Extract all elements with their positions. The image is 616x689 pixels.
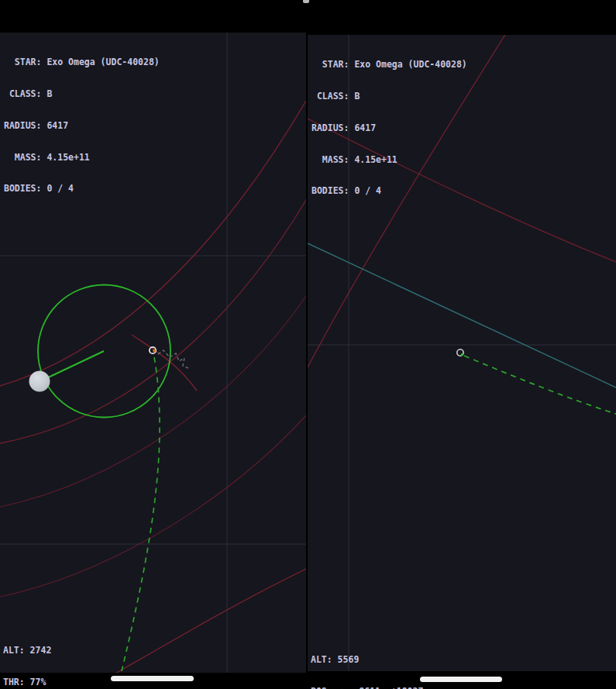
ship-heading-dot <box>461 353 463 356</box>
ship-thruster-dot <box>153 350 156 353</box>
class-line: CLASS: B <box>311 91 467 102</box>
telemetry-panel: ALT: 2742 THR: 77% POS: < -6257, +21330>… <box>3 625 121 689</box>
star-line: STAR: Exo Omega (UDC-40028) <box>4 57 160 68</box>
mass-line: MASS: 4.15e+11 <box>311 155 467 166</box>
right-screen: STAR: Exo Omega (UDC-40028) CLASS: B RAD… <box>308 0 616 689</box>
star-info-panel: STAR: Exo Omega (UDC-40028) CLASS: B RAD… <box>4 36 160 215</box>
radius-line: RADIUS: 6417 <box>4 121 160 132</box>
bodies-line: BODIES: 0 / 4 <box>4 184 160 195</box>
dual-game-screens: STAR: Exo Omega (UDC-40028) CLASS: B RAD… <box>0 0 616 689</box>
class-line: CLASS: B <box>4 89 160 100</box>
star-line: STAR: Exo Omega (UDC-40028) <box>311 60 467 71</box>
planet-icon <box>29 371 50 392</box>
telemetry-panel: ALT: 5569 POS: < -8611, +19027> VEL: 631 <box>311 634 428 689</box>
mass-line: MASS: 4.15e+11 <box>4 153 160 164</box>
left-screen: STAR: Exo Omega (UDC-40028) CLASS: B RAD… <box>0 0 306 689</box>
top-divider-speck <box>303 0 309 3</box>
bodies-line: BODIES: 0 / 4 <box>311 186 467 197</box>
alt-line: ALT: 5569 <box>311 655 428 666</box>
thr-line: THR: 77% <box>3 677 121 688</box>
star-info-panel: STAR: Exo Omega (UDC-40028) CLASS: B RAD… <box>311 39 467 218</box>
alt-line: ALT: 2742 <box>3 646 121 656</box>
home-indicator-pill[interactable] <box>420 677 502 682</box>
home-indicator-pill[interactable] <box>111 676 194 681</box>
radius-line: RADIUS: 6417 <box>311 123 467 134</box>
